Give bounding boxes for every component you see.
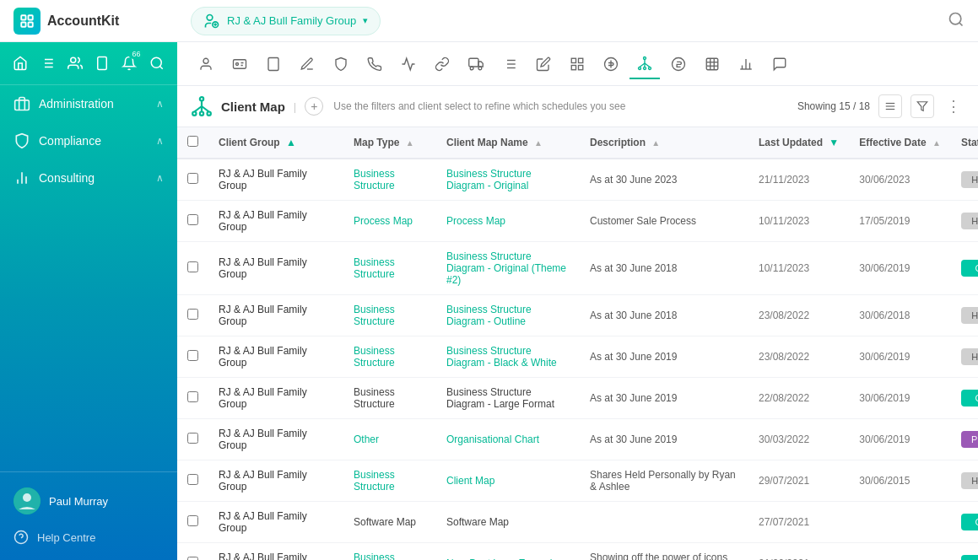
table-row: RJ & AJ Bull Family Group Business Struc… <box>177 159 978 201</box>
select-all-checkbox[interactable] <box>187 136 198 147</box>
chat-icon[interactable] <box>765 49 795 79</box>
row-checkbox[interactable] <box>187 433 198 444</box>
row-checkbox[interactable] <box>187 350 198 361</box>
col-header-effective-date[interactable]: Effective Date ▲ <box>849 127 951 159</box>
coin-icon[interactable] <box>663 49 694 79</box>
cell-client-map-name[interactable]: New Dext Logo Example <box>436 543 580 561</box>
map-type-value[interactable]: Other <box>354 433 379 445</box>
cell-client-map-name[interactable]: Process Map <box>436 201 580 242</box>
map-type-value[interactable]: Business Structure <box>354 256 395 280</box>
map-type-value[interactable]: Business Structure <box>354 552 395 560</box>
pen-icon[interactable] <box>292 49 322 79</box>
row-checkbox-cell[interactable] <box>177 419 208 460</box>
sidebar-item-administration[interactable]: Administration ∧ <box>0 85 177 122</box>
filter-button[interactable] <box>910 94 934 118</box>
col-header-client-map-name[interactable]: Client Map Name ▲ <box>436 127 580 159</box>
row-checkbox-cell[interactable] <box>177 502 208 543</box>
row-checkbox[interactable] <box>187 474 198 485</box>
client-map-name-value[interactable]: Business Structure Diagram - Original <box>446 168 532 191</box>
svg-line-49 <box>640 63 645 67</box>
hierarchy-icon[interactable] <box>629 49 660 79</box>
row-checkbox[interactable] <box>187 261 198 272</box>
select-all-checkbox-header[interactable] <box>177 127 208 159</box>
client-map-name-value[interactable]: Business Structure Diagram - Outline <box>446 304 532 327</box>
cell-client-map-name[interactable]: Business Structure Diagram - Black & Whi… <box>436 337 580 378</box>
cell-client-map-name[interactable]: Business Structure Diagram - Original (T… <box>436 242 580 295</box>
shield-icon[interactable] <box>326 49 356 79</box>
client-selector[interactable]: RJ & AJ Bull Family Group ▾ <box>191 7 381 35</box>
cell-map-type[interactable]: Business Structure <box>343 460 436 502</box>
add-button[interactable]: + <box>305 97 323 116</box>
list2-icon[interactable] <box>494 49 525 79</box>
device-icon[interactable] <box>91 52 113 74</box>
client-map-name-value[interactable]: Business Structure Diagram - Original (T… <box>446 250 566 286</box>
more-options-button[interactable]: ⋮ <box>943 97 964 116</box>
client-map-name-value[interactable]: Client Map <box>446 475 494 487</box>
sidebar-item-compliance[interactable]: Compliance ∧ <box>0 122 177 159</box>
grid2-icon[interactable] <box>562 49 592 79</box>
map-type-value[interactable]: Business Structure <box>354 168 395 191</box>
cell-map-type[interactable]: Business Structure <box>343 242 436 295</box>
map-type-value[interactable]: Business Structure <box>354 345 395 369</box>
col-header-client-group[interactable]: Client Group ▲ <box>208 127 343 159</box>
chevron-down-icon: ▾ <box>363 15 368 26</box>
row-checkbox-cell[interactable] <box>177 159 208 201</box>
bar-chart-icon[interactable] <box>731 49 761 79</box>
notification-icon[interactable]: 66 <box>118 52 140 74</box>
sidebar-search-icon[interactable] <box>146 52 168 74</box>
row-checkbox[interactable] <box>187 214 198 225</box>
row-checkbox[interactable] <box>187 515 198 526</box>
client-map-name-value[interactable]: Process Map <box>446 215 505 227</box>
cell-map-type[interactable]: Process Map <box>343 201 436 242</box>
client-map-name-value[interactable]: Business Structure Diagram - Black & Whi… <box>446 345 557 369</box>
row-checkbox-cell[interactable] <box>177 378 208 419</box>
map-type-value[interactable]: Business Structure <box>354 469 395 493</box>
cell-map-type[interactable]: Business Structure <box>343 543 436 561</box>
administration-chevron: ∧ <box>156 98 164 110</box>
map-type-value[interactable]: Process Map <box>354 215 413 227</box>
search-button[interactable] <box>948 11 964 30</box>
row-checkbox[interactable] <box>187 391 198 402</box>
cell-client-map-name[interactable]: Client Map <box>436 460 580 502</box>
list-view-button[interactable] <box>878 94 902 118</box>
status-badge: Historical <box>961 472 978 489</box>
help-centre-link[interactable]: Help Centre <box>14 525 164 550</box>
cell-map-type[interactable]: Business Structure <box>343 159 436 201</box>
row-checkbox-cell[interactable] <box>177 460 208 502</box>
list-icon[interactable] <box>36 52 58 74</box>
cell-client-map-name[interactable]: Business Structure Diagram - Outline <box>436 295 580 337</box>
activity-icon[interactable] <box>393 49 424 79</box>
user-profile[interactable]: Paul Murray <box>14 482 164 520</box>
row-checkbox[interactable] <box>187 557 198 560</box>
row-checkbox[interactable] <box>187 173 198 184</box>
edit2-icon[interactable] <box>528 49 559 79</box>
sidebar-item-consulting[interactable]: Consulting ∧ <box>0 159 177 197</box>
cell-map-type[interactable]: Business Structure <box>343 337 436 378</box>
contacts-icon[interactable] <box>191 49 221 79</box>
dollar-icon[interactable] <box>596 49 626 79</box>
cell-map-type[interactable]: Business Structure <box>343 295 436 337</box>
row-checkbox-cell[interactable] <box>177 295 208 337</box>
home-icon[interactable] <box>9 52 31 74</box>
link-icon[interactable] <box>427 49 457 79</box>
client-map-name-value[interactable]: Organisational Chart <box>446 433 539 445</box>
phone-icon[interactable] <box>359 49 390 79</box>
id-card-icon[interactable] <box>224 49 255 79</box>
row-checkbox-cell[interactable] <box>177 337 208 378</box>
cell-client-map-name[interactable]: Business Structure Diagram - Original <box>436 159 580 201</box>
col-header-status[interactable]: Status ▲ <box>951 127 978 159</box>
table3-icon[interactable] <box>697 49 727 79</box>
row-checkbox-cell[interactable] <box>177 242 208 295</box>
col-header-map-type[interactable]: Map Type ▲ <box>343 127 436 159</box>
row-checkbox-cell[interactable] <box>177 201 208 242</box>
cell-client-map-name[interactable]: Organisational Chart <box>436 419 580 460</box>
col-header-last-updated[interactable]: Last Updated ▼ <box>748 127 849 159</box>
row-checkbox[interactable] <box>187 309 198 320</box>
col-header-description[interactable]: Description ▲ <box>580 127 748 159</box>
car-icon[interactable] <box>461 49 491 79</box>
cell-map-type[interactable]: Other <box>343 419 436 460</box>
map-type-value[interactable]: Business Structure <box>354 304 395 327</box>
people-icon[interactable] <box>64 52 86 74</box>
tablet-icon[interactable] <box>258 49 289 79</box>
row-checkbox-cell[interactable] <box>177 543 208 561</box>
